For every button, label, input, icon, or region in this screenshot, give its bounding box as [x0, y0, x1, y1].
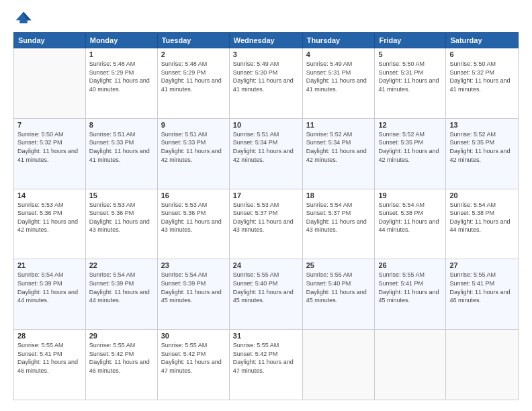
- calendar-cell: 2Sunrise: 5:48 AMSunset: 5:29 PMDaylight…: [157, 48, 229, 119]
- calendar-table: SundayMondayTuesdayWednesdayThursdayFrid…: [13, 32, 519, 400]
- calendar-cell: 16Sunrise: 5:53 AMSunset: 5:36 PMDayligh…: [157, 189, 229, 259]
- day-info: Sunrise: 5:54 AMSunset: 5:37 PMDaylight:…: [306, 201, 371, 234]
- day-number: 5: [378, 50, 442, 58]
- day-number: 21: [17, 261, 82, 269]
- day-info: Sunrise: 5:55 AMSunset: 5:42 PMDaylight:…: [161, 341, 226, 375]
- calendar-cell: [302, 330, 375, 400]
- day-info: Sunrise: 5:51 AMSunset: 5:33 PMDaylight:…: [161, 130, 226, 164]
- day-number: 24: [233, 261, 299, 269]
- day-info: Sunrise: 5:54 AMSunset: 5:38 PMDaylight:…: [378, 201, 442, 234]
- day-header-wednesday: Wednesday: [229, 33, 302, 48]
- calendar-cell: [375, 330, 446, 400]
- logo: [13, 11, 36, 26]
- calendar-cell: 9Sunrise: 5:51 AMSunset: 5:33 PMDaylight…: [157, 118, 229, 189]
- day-info: Sunrise: 5:54 AMSunset: 5:38 PMDaylight:…: [449, 201, 515, 234]
- header: [13, 11, 519, 26]
- day-header-monday: Monday: [85, 33, 157, 48]
- day-info: Sunrise: 5:51 AMSunset: 5:34 PMDaylight:…: [233, 130, 299, 164]
- day-info: Sunrise: 5:53 AMSunset: 5:36 PMDaylight:…: [89, 201, 154, 234]
- calendar-cell: 17Sunrise: 5:53 AMSunset: 5:37 PMDayligh…: [229, 189, 302, 259]
- calendar-cell: 28Sunrise: 5:55 AMSunset: 5:41 PMDayligh…: [14, 330, 86, 400]
- day-number: 27: [449, 261, 515, 269]
- calendar-cell: 23Sunrise: 5:54 AMSunset: 5:39 PMDayligh…: [157, 259, 229, 330]
- day-header-saturday: Saturday: [446, 33, 519, 48]
- calendar-cell: 6Sunrise: 5:50 AMSunset: 5:32 PMDaylight…: [446, 48, 519, 119]
- logo-icon: [13, 11, 34, 24]
- calendar-cell: 1Sunrise: 5:48 AMSunset: 5:29 PMDaylight…: [85, 48, 157, 119]
- calendar-cell: [446, 330, 519, 400]
- calendar-cell: 24Sunrise: 5:55 AMSunset: 5:40 PMDayligh…: [229, 259, 302, 330]
- calendar-cell: 20Sunrise: 5:54 AMSunset: 5:38 PMDayligh…: [446, 189, 519, 259]
- day-info: Sunrise: 5:52 AMSunset: 5:34 PMDaylight:…: [306, 130, 371, 164]
- day-info: Sunrise: 5:52 AMSunset: 5:35 PMDaylight:…: [378, 130, 442, 164]
- day-info: Sunrise: 5:54 AMSunset: 5:39 PMDaylight:…: [89, 271, 154, 304]
- calendar-cell: 4Sunrise: 5:49 AMSunset: 5:31 PMDaylight…: [302, 48, 375, 119]
- calendar-cell: 12Sunrise: 5:52 AMSunset: 5:35 PMDayligh…: [375, 118, 446, 189]
- calendar-cell: 25Sunrise: 5:55 AMSunset: 5:40 PMDayligh…: [302, 259, 375, 330]
- day-number: 7: [17, 121, 82, 129]
- calendar-cell: 29Sunrise: 5:55 AMSunset: 5:42 PMDayligh…: [85, 330, 157, 400]
- day-number: 18: [306, 191, 371, 199]
- day-header-friday: Friday: [375, 33, 446, 48]
- day-number: 15: [89, 191, 154, 199]
- day-info: Sunrise: 5:54 AMSunset: 5:39 PMDaylight:…: [17, 271, 82, 304]
- day-number: 19: [378, 191, 442, 199]
- calendar-cell: 5Sunrise: 5:50 AMSunset: 5:31 PMDaylight…: [375, 48, 446, 119]
- day-info: Sunrise: 5:50 AMSunset: 5:31 PMDaylight:…: [378, 60, 442, 93]
- calendar-cell: 31Sunrise: 5:55 AMSunset: 5:42 PMDayligh…: [229, 330, 302, 400]
- day-info: Sunrise: 5:54 AMSunset: 5:39 PMDaylight:…: [161, 271, 226, 304]
- calendar-cell: [14, 48, 86, 119]
- calendar-cell: 18Sunrise: 5:54 AMSunset: 5:37 PMDayligh…: [302, 189, 375, 259]
- day-info: Sunrise: 5:48 AMSunset: 5:29 PMDaylight:…: [161, 60, 226, 93]
- day-info: Sunrise: 5:55 AMSunset: 5:40 PMDaylight:…: [306, 271, 371, 304]
- calendar-cell: 26Sunrise: 5:55 AMSunset: 5:41 PMDayligh…: [375, 259, 446, 330]
- day-number: 3: [233, 50, 299, 58]
- day-info: Sunrise: 5:55 AMSunset: 5:41 PMDaylight:…: [378, 271, 442, 304]
- day-header-tuesday: Tuesday: [157, 33, 229, 48]
- day-number: 28: [17, 332, 82, 340]
- calendar-cell: 21Sunrise: 5:54 AMSunset: 5:39 PMDayligh…: [14, 259, 86, 330]
- day-number: 23: [161, 261, 226, 269]
- calendar-cell: 19Sunrise: 5:54 AMSunset: 5:38 PMDayligh…: [375, 189, 446, 259]
- day-info: Sunrise: 5:53 AMSunset: 5:36 PMDaylight:…: [17, 201, 82, 234]
- day-number: 14: [17, 191, 82, 199]
- day-number: 6: [449, 50, 515, 58]
- calendar-cell: 13Sunrise: 5:52 AMSunset: 5:35 PMDayligh…: [446, 118, 519, 189]
- day-info: Sunrise: 5:53 AMSunset: 5:36 PMDaylight:…: [161, 201, 226, 234]
- calendar-cell: 30Sunrise: 5:55 AMSunset: 5:42 PMDayligh…: [157, 330, 229, 400]
- day-info: Sunrise: 5:55 AMSunset: 5:40 PMDaylight:…: [233, 271, 299, 304]
- calendar-cell: 10Sunrise: 5:51 AMSunset: 5:34 PMDayligh…: [229, 118, 302, 189]
- day-number: 1: [89, 50, 154, 58]
- calendar-cell: 11Sunrise: 5:52 AMSunset: 5:34 PMDayligh…: [302, 118, 375, 189]
- day-number: 11: [306, 121, 371, 129]
- day-header-thursday: Thursday: [302, 33, 375, 48]
- day-info: Sunrise: 5:55 AMSunset: 5:42 PMDaylight:…: [89, 341, 154, 375]
- day-info: Sunrise: 5:48 AMSunset: 5:29 PMDaylight:…: [89, 60, 154, 93]
- day-info: Sunrise: 5:55 AMSunset: 5:41 PMDaylight:…: [449, 271, 515, 304]
- day-info: Sunrise: 5:51 AMSunset: 5:33 PMDaylight:…: [89, 130, 154, 164]
- day-number: 31: [233, 332, 299, 340]
- day-number: 13: [449, 121, 515, 129]
- day-header-sunday: Sunday: [14, 33, 86, 48]
- day-number: 16: [161, 191, 226, 199]
- day-info: Sunrise: 5:55 AMSunset: 5:41 PMDaylight:…: [17, 341, 82, 375]
- day-number: 2: [161, 50, 226, 58]
- day-number: 9: [161, 121, 226, 129]
- day-number: 10: [233, 121, 299, 129]
- day-info: Sunrise: 5:49 AMSunset: 5:30 PMDaylight:…: [233, 60, 299, 93]
- calendar-cell: 8Sunrise: 5:51 AMSunset: 5:33 PMDaylight…: [85, 118, 157, 189]
- day-info: Sunrise: 5:53 AMSunset: 5:37 PMDaylight:…: [233, 201, 299, 234]
- day-info: Sunrise: 5:49 AMSunset: 5:31 PMDaylight:…: [306, 60, 371, 93]
- day-number: 20: [449, 191, 515, 199]
- calendar-cell: 22Sunrise: 5:54 AMSunset: 5:39 PMDayligh…: [85, 259, 157, 330]
- day-number: 26: [378, 261, 442, 269]
- day-number: 29: [89, 332, 154, 340]
- day-info: Sunrise: 5:55 AMSunset: 5:42 PMDaylight:…: [233, 341, 299, 375]
- day-number: 8: [89, 121, 154, 129]
- calendar-cell: 3Sunrise: 5:49 AMSunset: 5:30 PMDaylight…: [229, 48, 302, 119]
- calendar-cell: 7Sunrise: 5:50 AMSunset: 5:32 PMDaylight…: [14, 118, 86, 189]
- day-info: Sunrise: 5:52 AMSunset: 5:35 PMDaylight:…: [449, 130, 515, 164]
- day-number: 12: [378, 121, 442, 129]
- day-info: Sunrise: 5:50 AMSunset: 5:32 PMDaylight:…: [17, 130, 82, 164]
- day-number: 4: [306, 50, 371, 58]
